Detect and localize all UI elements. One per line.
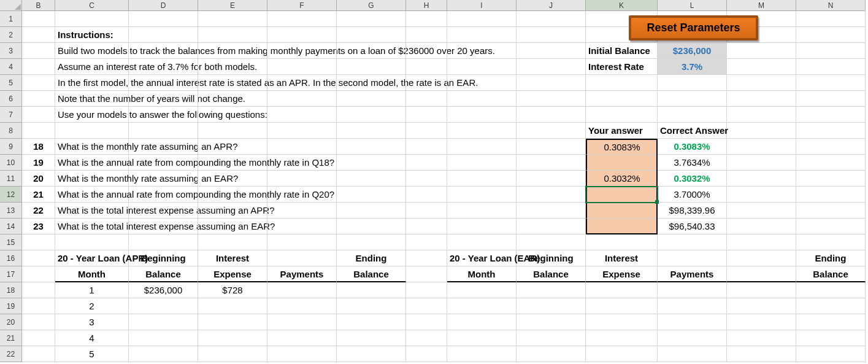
- cell-H6[interactable]: [406, 91, 447, 107]
- cell-N7[interactable]: [796, 107, 866, 123]
- row-header-16[interactable]: 16: [0, 250, 22, 266]
- cell-J7[interactable]: [517, 107, 586, 123]
- cell-I7[interactable]: [447, 107, 517, 123]
- row-header-21[interactable]: 21: [0, 330, 22, 346]
- cell-B16[interactable]: [22, 250, 55, 266]
- cell-K4[interactable]: Interest Rate: [586, 59, 658, 75]
- cell-K14[interactable]: [586, 219, 658, 234]
- cell-E14[interactable]: [198, 219, 267, 234]
- cell-I20[interactable]: [447, 314, 517, 330]
- row-header-11[interactable]: 11: [0, 171, 22, 187]
- cell-N5[interactable]: [796, 75, 866, 91]
- cell-C2[interactable]: Instructions:: [55, 27, 129, 43]
- cell-D16[interactable]: Beginning: [129, 250, 198, 266]
- cell-L15[interactable]: [658, 234, 727, 250]
- cell-J5[interactable]: [517, 75, 586, 91]
- cell-K3[interactable]: Initial Balance: [586, 43, 658, 59]
- cell-K15[interactable]: [586, 234, 658, 250]
- cell-M19[interactable]: [727, 298, 796, 314]
- cell-K8[interactable]: Your answer: [586, 123, 658, 139]
- cell-J15[interactable]: [517, 234, 586, 250]
- cell-I16[interactable]: 20 - Year Loan (EAR): [447, 250, 517, 266]
- cell-E7[interactable]: [198, 107, 267, 123]
- col-header-F[interactable]: F: [267, 0, 337, 11]
- cell-H10[interactable]: [406, 155, 447, 171]
- cell-H4[interactable]: [406, 59, 447, 75]
- cell-M10[interactable]: [727, 155, 796, 171]
- cell-G7[interactable]: [337, 107, 406, 123]
- row-header-4[interactable]: 4: [0, 59, 22, 75]
- cell-I10[interactable]: [447, 155, 517, 171]
- cell-E21[interactable]: [198, 330, 267, 346]
- cell-D20[interactable]: [129, 314, 198, 330]
- cell-K6[interactable]: [586, 91, 658, 107]
- cell-G17[interactable]: Balance: [337, 266, 406, 282]
- cell-M5[interactable]: [727, 75, 796, 91]
- cell-F16[interactable]: [267, 250, 337, 266]
- row-header-13[interactable]: 13: [0, 203, 22, 219]
- cell-J10[interactable]: [517, 155, 586, 171]
- cell-M15[interactable]: [727, 234, 796, 250]
- cell-B22[interactable]: [22, 346, 55, 362]
- cell-L12[interactable]: 3.7000%: [658, 187, 727, 203]
- cell-I14[interactable]: [447, 219, 517, 234]
- cell-I2[interactable]: [447, 27, 517, 43]
- cell-G20[interactable]: [337, 314, 406, 330]
- cell-C8[interactable]: [55, 123, 129, 139]
- cell-H20[interactable]: [406, 314, 447, 330]
- cell-L11[interactable]: 0.3032%: [658, 171, 727, 187]
- cell-K18[interactable]: [586, 282, 658, 298]
- cell-K19[interactable]: [586, 298, 658, 314]
- cell-F8[interactable]: [267, 123, 337, 139]
- cell-M18[interactable]: [727, 282, 796, 298]
- cell-H17[interactable]: [406, 266, 447, 282]
- cell-G21[interactable]: [337, 330, 406, 346]
- cell-H15[interactable]: [406, 234, 447, 250]
- cell-D19[interactable]: [129, 298, 198, 314]
- cell-F20[interactable]: [267, 314, 337, 330]
- cell-J6[interactable]: [517, 91, 586, 107]
- col-header-E[interactable]: E: [198, 0, 267, 11]
- cell-J22[interactable]: [517, 346, 586, 362]
- cell-H13[interactable]: [406, 203, 447, 219]
- cell-F13[interactable]: [267, 203, 337, 219]
- row-header-10[interactable]: 10: [0, 155, 22, 171]
- cell-K9[interactable]: 0.3083%: [586, 139, 658, 155]
- cell-D10[interactable]: [129, 155, 198, 171]
- cell-I8[interactable]: [447, 123, 517, 139]
- row-header-22[interactable]: 22: [0, 346, 22, 362]
- cell-I13[interactable]: [447, 203, 517, 219]
- cell-L21[interactable]: [658, 330, 727, 346]
- cell-L5[interactable]: [658, 75, 727, 91]
- cell-G2[interactable]: [337, 27, 406, 43]
- cell-E1[interactable]: [198, 11, 267, 27]
- cell-B10[interactable]: 19: [22, 155, 55, 171]
- column-headers[interactable]: BCDEFGHIJKLMN: [22, 0, 866, 11]
- cell-C19[interactable]: 2: [55, 298, 129, 314]
- cell-J20[interactable]: [517, 314, 586, 330]
- cell-C22[interactable]: 5: [55, 346, 129, 362]
- cell-F12[interactable]: [267, 187, 337, 203]
- cell-F14[interactable]: [267, 219, 337, 234]
- cell-I21[interactable]: [447, 330, 517, 346]
- cell-D4[interactable]: [129, 59, 198, 75]
- row-header-19[interactable]: 19: [0, 298, 22, 314]
- row-header-15[interactable]: 15: [0, 234, 22, 250]
- cell-E17[interactable]: Expense: [198, 266, 267, 282]
- cell-N13[interactable]: [796, 203, 866, 219]
- cell-G8[interactable]: [337, 123, 406, 139]
- cell-J16[interactable]: Beginning: [517, 250, 586, 266]
- cell-J4[interactable]: [517, 59, 586, 75]
- cell-J18[interactable]: [517, 282, 586, 298]
- cell-N19[interactable]: [796, 298, 866, 314]
- cell-L22[interactable]: [658, 346, 727, 362]
- cell-M20[interactable]: [727, 314, 796, 330]
- cell-B7[interactable]: [22, 107, 55, 123]
- cell-C3[interactable]: Build two models to track the balances f…: [55, 43, 129, 59]
- row-header-18[interactable]: 18: [0, 282, 22, 298]
- cell-B19[interactable]: [22, 298, 55, 314]
- cell-L14[interactable]: $96,540.33: [658, 219, 727, 234]
- cell-B11[interactable]: 20: [22, 171, 55, 187]
- cell-N18[interactable]: [796, 282, 866, 298]
- cell-L4[interactable]: 3.7%: [658, 59, 727, 75]
